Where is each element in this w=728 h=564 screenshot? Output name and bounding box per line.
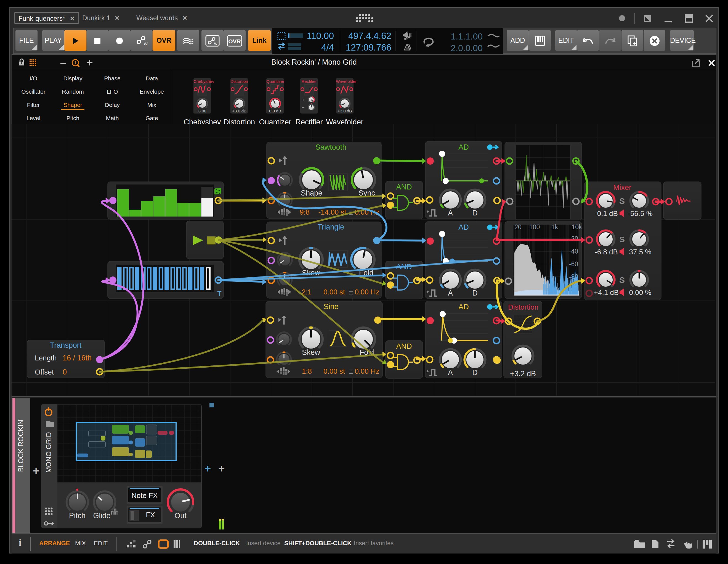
svg-text:+3.0 dB: +3.0 dB — [338, 108, 352, 113]
svg-text:D: D — [472, 289, 478, 297]
svg-text:+: + — [302, 97, 304, 102]
svg-text:10k: 10k — [572, 223, 582, 230]
svg-text:A: A — [448, 209, 453, 217]
svg-text:20: 20 — [514, 223, 522, 230]
svg-text:1k: 1k — [551, 223, 558, 230]
svg-text:1: 1 — [74, 60, 77, 65]
svg-text:0.00 st: 0.00 st — [323, 288, 345, 296]
svg-text:-6.8 dB: -6.8 dB — [595, 248, 618, 256]
svg-text:A: A — [448, 369, 453, 377]
svg-text:+3.2 dB: +3.2 dB — [510, 370, 536, 378]
svg-text:w: w — [144, 41, 148, 46]
svg-text:0.00 st: 0.00 st — [323, 367, 345, 375]
svg-text:Glide: Glide — [93, 512, 110, 520]
svg-text:FX: FX — [146, 511, 155, 519]
svg-text:A: A — [448, 289, 453, 297]
svg-text:S: S — [619, 196, 625, 205]
svg-text:Shape: Shape — [301, 189, 322, 197]
svg-text:AND: AND — [396, 183, 412, 191]
svg-text:+3.0 dB: +3.0 dB — [232, 108, 246, 113]
svg-text:Distortion: Distortion — [508, 303, 538, 311]
svg-text:3.00: 3.00 — [198, 108, 206, 113]
svg-text:0.00 Hz: 0.00 Hz — [355, 367, 379, 375]
svg-text:S: S — [619, 275, 625, 285]
svg-text:Sawtooth: Sawtooth — [315, 143, 347, 151]
svg-text:Out: Out — [174, 512, 187, 520]
svg-text:S: S — [619, 235, 625, 244]
svg-text:-20: -20 — [569, 235, 578, 242]
svg-text:Sine: Sine — [323, 303, 338, 311]
svg-text:0: 0 — [63, 368, 67, 376]
svg-text:Pitch: Pitch — [69, 512, 86, 520]
svg-text:0.0 dB: 0.0 dB — [269, 108, 281, 113]
svg-text:w: w — [214, 41, 217, 46]
svg-text:OVR: OVR — [228, 38, 241, 44]
svg-text:+4.1 dB: +4.1 dB — [594, 289, 619, 297]
svg-text:−: − — [302, 105, 304, 110]
svg-text:Transport: Transport — [50, 341, 82, 350]
svg-text:AD: AD — [458, 143, 469, 151]
svg-text:-40: -40 — [569, 248, 578, 255]
svg-text:Offset: Offset — [35, 368, 54, 376]
svg-text:Mixer: Mixer — [613, 183, 631, 192]
svg-text:0.00 Hz: 0.00 Hz — [355, 288, 379, 296]
svg-text:Note FX: Note FX — [131, 491, 158, 500]
svg-text:AD: AD — [458, 223, 469, 231]
svg-text:Triangle: Triangle — [318, 223, 344, 231]
svg-text:D: D — [472, 209, 478, 217]
svg-text:Skew: Skew — [302, 348, 320, 357]
svg-text:100: 100 — [529, 223, 540, 230]
svg-text:Length: Length — [35, 354, 57, 362]
svg-text:-0.1 dB: -0.1 dB — [595, 209, 618, 218]
svg-text:±: ± — [349, 288, 353, 296]
svg-text:T: T — [217, 290, 222, 298]
svg-text:0.00 %: 0.00 % — [629, 289, 652, 297]
svg-text:AND: AND — [396, 342, 412, 351]
svg-text:37.5 %: 37.5 % — [629, 248, 652, 256]
svg-text:AD: AD — [458, 303, 469, 311]
svg-text:-60: -60 — [569, 260, 578, 267]
svg-text:MONO GRID: MONO GRID — [45, 432, 52, 473]
svg-text:16 / 16th: 16 / 16th — [63, 354, 92, 362]
svg-text:-56.5 %: -56.5 % — [628, 209, 653, 218]
svg-text:±: ± — [349, 367, 353, 375]
svg-text:D: D — [472, 369, 478, 377]
svg-text:1:8: 1:8 — [302, 367, 312, 375]
